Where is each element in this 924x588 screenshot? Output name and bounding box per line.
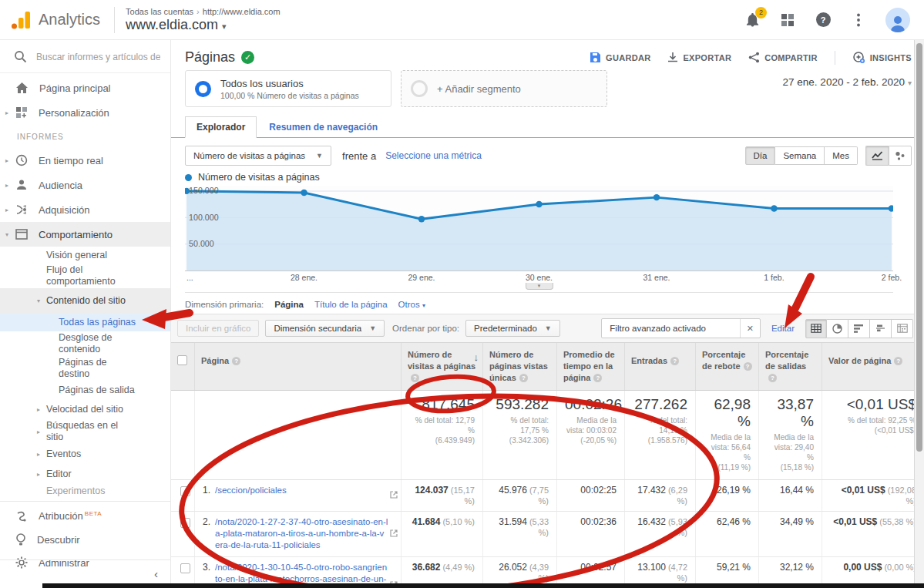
sidebar-item-velocidad[interactable]: ▸ Velocidad del sitio	[0, 399, 170, 419]
table-view-toggle	[805, 319, 913, 338]
metric-dropdown[interactable]: Número de visitas a páginas▼	[185, 146, 331, 166]
search-placeholder: Buscar informes y artículos de	[36, 52, 160, 62]
breadcrumb[interactable]: Todas las cuentas›http://www.eldia.com	[126, 7, 281, 16]
analytics-logo[interactable]: Analytics	[11, 10, 100, 30]
data-quality-check-icon[interactable]: ✓	[241, 51, 254, 64]
cell-exit: 34,49 %	[758, 512, 822, 556]
notifications-button[interactable]: 2	[744, 12, 761, 29]
pivot-table-icon	[897, 324, 908, 333]
avatar[interactable]	[885, 8, 910, 32]
help-tooltip-icon[interactable]: ?	[411, 374, 419, 382]
export-button[interactable]: EXPORTAR	[667, 52, 731, 63]
sidebar-item-descubrir[interactable]: Descubrir	[0, 528, 170, 551]
segment-all-users[interactable]: Todos los usuarios 100,00 % Número de vi…	[185, 70, 391, 107]
pivot-view-button[interactable]	[892, 319, 913, 338]
sort-type-dropdown[interactable]: Predeterminado▼	[465, 320, 560, 337]
sidebar-item-editor[interactable]: ▸ Editor	[0, 464, 170, 484]
percentage-view-button[interactable]	[827, 319, 848, 338]
property-selector[interactable]: www.eldia.com▾	[126, 17, 281, 33]
save-button[interactable]: GUARDAR	[590, 52, 650, 63]
tab-explorador[interactable]: Explorador	[185, 116, 257, 138]
help-button[interactable]: ?	[815, 12, 832, 29]
sidebar-item-comportamiento[interactable]: ▾ Comportamiento	[0, 222, 170, 247]
vertical-scrollbar[interactable]	[914, 40, 924, 583]
help-tooltip-icon[interactable]: ?	[670, 357, 679, 365]
header-checkbox[interactable]	[177, 355, 187, 365]
sidebar-item-busquedas[interactable]: ▸ Búsquedas en el sitio	[0, 419, 170, 444]
granularity-day-button[interactable]: Día	[745, 146, 776, 165]
help-tooltip-icon[interactable]: ?	[593, 374, 602, 382]
column-entries[interactable]: Entradas?	[624, 343, 695, 390]
apps-grid-button[interactable]	[779, 12, 796, 29]
help-tooltip-icon[interactable]: ?	[744, 362, 752, 371]
column-unique-views[interactable]: Número de páginas vistas únicas?	[482, 343, 556, 390]
granularity-month-button[interactable]: Mes	[825, 146, 858, 165]
data-view-button[interactable]	[805, 319, 827, 338]
secondary-dimension-dropdown[interactable]: Dimensión secundaria▼	[265, 320, 385, 337]
include-in-chart-button[interactable]: Incluir en gráfico	[177, 320, 259, 337]
comparison-view-button[interactable]	[870, 319, 892, 338]
sidebar-item-home[interactable]: Página principal	[0, 76, 170, 100]
date-range-selector[interactable]: 27 ene. 2020 - 2 feb. 2020▾	[783, 76, 912, 88]
external-link-icon[interactable]	[390, 490, 398, 501]
motion-chart-button[interactable]	[889, 146, 912, 166]
granularity-week-button[interactable]: Semana	[775, 146, 825, 165]
performance-view-button[interactable]	[848, 319, 870, 338]
expand-arrow-icon: ▸	[37, 451, 40, 458]
edit-filter-link[interactable]: Editar	[771, 324, 795, 333]
sidebar-item-experimentos[interactable]: Experimentos	[0, 484, 170, 498]
help-tooltip-icon[interactable]: ?	[232, 357, 240, 365]
tab-resumen-navegacion[interactable]: Resumen de navegación	[257, 117, 390, 137]
cell-bounce: 62,46 %	[695, 512, 758, 556]
sidebar-item-vision-general[interactable]: Visión general	[0, 247, 170, 264]
sidebar-item-todas-las-paginas[interactable]: Todas las páginas	[0, 313, 170, 331]
clock-icon	[15, 154, 28, 166]
share-button[interactable]: COMPARTIR	[748, 52, 818, 63]
cell-exit: 16,44 %	[758, 480, 822, 511]
scrollbar-thumb[interactable]	[916, 43, 922, 452]
dimension-titulo-pagina[interactable]: Título de la página	[314, 300, 388, 309]
page-link[interactable]: /seccion/policiales	[215, 485, 287, 506]
sidebar-item-eventos[interactable]: ▸ Eventos	[0, 444, 170, 464]
timeseries-chart: Número de visitas a páginas 50.000100.00…	[185, 172, 893, 293]
sidebar-collapse-button[interactable]: ‹	[154, 567, 158, 580]
row-checkbox[interactable]	[180, 563, 190, 573]
column-avg-time[interactable]: Promedio de tiempo en la página?	[556, 343, 624, 390]
help-tooltip-icon[interactable]: ?	[894, 357, 902, 365]
sidebar-item-audiencia[interactable]: ▸ Audiencia	[0, 173, 170, 197]
column-exit[interactable]: Porcentaje de salidas?	[758, 343, 822, 390]
sidebar-item-realtime[interactable]: ▸ En tiempo real	[0, 148, 170, 173]
page-link[interactable]: /nota/2020-1-27-2-37-40-otro-asesinato-e…	[215, 516, 388, 552]
sidebar-search[interactable]: Buscar informes y artículos de	[0, 40, 170, 73]
sidebar-item-adquisicion[interactable]: ▸ Adquisición	[0, 197, 170, 222]
select-metric-link[interactable]: Seleccione una métrica	[385, 150, 482, 161]
sidebar-item-desglose[interactable]: Desglose de contenido	[0, 331, 170, 356]
chart-expand-handle[interactable]: ▼	[526, 283, 553, 290]
clear-filter-button[interactable]: ✕	[740, 319, 760, 338]
column-page-value[interactable]: Valor de página?	[822, 343, 924, 390]
sidebar-item-administrar[interactable]: Administrar	[0, 551, 170, 574]
insights-button[interactable]: INSIGHTS	[852, 51, 912, 64]
external-link-icon[interactable]	[390, 529, 398, 539]
line-chart-button[interactable]	[865, 146, 889, 166]
add-segment-button[interactable]: + Añadir segmento	[401, 70, 607, 107]
sidebar-item-paginas-destino[interactable]: Páginas de destino	[0, 356, 170, 381]
chart-plot-area[interactable]: 50.000100.000150.000	[185, 186, 893, 270]
dimension-otros[interactable]: Otros ▾	[398, 300, 425, 309]
row-checkbox[interactable]	[180, 486, 190, 496]
dimension-pagina[interactable]: Página	[274, 300, 304, 309]
help-tooltip-icon[interactable]: ?	[768, 374, 777, 382]
summary-page-value: <0,01 US$ % del total: 92,25 %(<0,01 US$…	[822, 391, 924, 479]
sidebar-item-contenido-del-sitio[interactable]: ▾ Contenido del sitio	[0, 288, 170, 313]
sidebar-item-personalizacion[interactable]: ▸ Personalización	[0, 100, 170, 125]
column-visits[interactable]: Número de visitas a páginas?↓	[401, 343, 482, 390]
chevron-down-icon: ▾	[422, 302, 425, 309]
column-bounce[interactable]: Porcentaje de rebote?	[695, 343, 758, 390]
more-menu-button[interactable]	[850, 12, 867, 29]
help-tooltip-icon[interactable]: ?	[519, 374, 528, 382]
legend-dot-icon	[185, 174, 192, 181]
sidebar-item-atribucion[interactable]: AtribuciónBETA	[0, 505, 170, 528]
sidebar-item-paginas-salida[interactable]: Páginas de salida	[0, 381, 170, 399]
sidebar-item-flujo[interactable]: Flujo del comportamiento	[0, 264, 170, 288]
row-checkbox[interactable]	[180, 518, 190, 528]
